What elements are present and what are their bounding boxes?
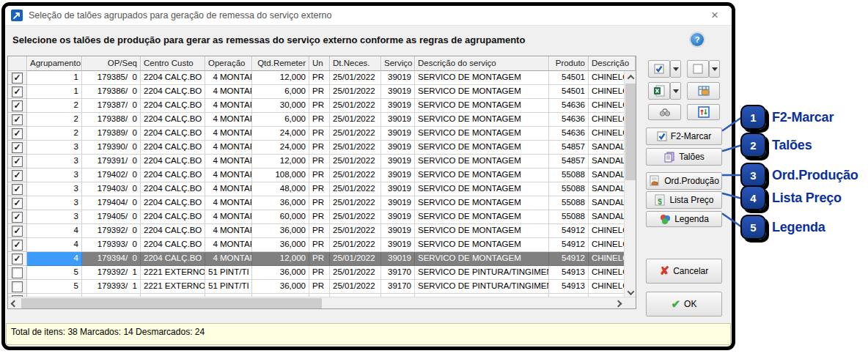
check-all-button[interactable] (648, 60, 670, 78)
column-header-centro_custo[interactable]: Centro Custo (141, 56, 205, 71)
column-header-servico[interactable]: Serviço (381, 56, 415, 71)
column-header-check[interactable] (8, 56, 27, 71)
lista-preco-button[interactable]: $ Lista Preço (646, 191, 722, 209)
row-checkbox-unchecked[interactable] (12, 267, 23, 278)
cell-qtd_remeter: 24,000 (252, 141, 309, 155)
scroll-left-icon[interactable] (8, 297, 20, 309)
cell-dt_neces: 25/01/2022 (330, 99, 381, 113)
cell-agrupamento: 5 (27, 266, 82, 280)
cell-produto: 54636 (549, 113, 589, 127)
export-excel-button[interactable] (648, 82, 670, 100)
cell-produto: 54912 (549, 224, 589, 238)
cell-operacao: 51 PINT/TI (205, 280, 252, 294)
column-header-descricao_produto[interactable]: Descrição (589, 56, 636, 71)
scroll-up-icon[interactable] (625, 71, 636, 83)
lista-preco-label: Lista Preço (669, 195, 713, 205)
row-checkbox-checked[interactable]: ✓ (12, 198, 23, 209)
cell-produto: 54501 (549, 71, 589, 85)
row-checkbox-cell: ✓ (8, 141, 27, 155)
cell-descricao_servico: SERVICO DE MONTAGEM (415, 141, 549, 155)
column-header-produto[interactable]: Produto (549, 56, 589, 71)
column-header-agrupamento[interactable]: Agrupamento (27, 56, 82, 71)
vertical-scrollbar[interactable] (624, 71, 636, 298)
table-row[interactable]: ✓2179389/ 02204 CALÇ.BO 4 MONTAR24,000PR… (8, 127, 636, 141)
cell-operacao: 4 MONTAR (205, 113, 252, 127)
help-icon[interactable]: ? (691, 33, 704, 46)
table-row[interactable]: ✓3179391/ 02204 CALÇ.BO 4 MONTAR12,000PR… (8, 155, 636, 169)
cancelar-button[interactable]: ✘ Cancelar (646, 259, 722, 284)
horizontal-scroll-thumb[interactable] (21, 298, 322, 308)
column-header-qtd_remeter[interactable]: Qtd.Remeter (252, 56, 309, 71)
cell-servico: 39019 (381, 238, 415, 252)
column-header-dt_neces[interactable]: Dt.Neces. (330, 56, 381, 71)
table-row[interactable]: ✓3179404/ 02204 CALÇ.BO 4 MONTAR36,000PR… (8, 196, 636, 210)
check-all-dropdown[interactable] (670, 60, 681, 78)
table-row[interactable]: ✓3179390/ 02204 CALÇ.BO 4 MONTAR24,000PR… (8, 141, 636, 155)
row-checkbox-cell: ✓ (8, 71, 27, 85)
cell-descricao_servico: SERVICO DE MONTAGEM (415, 169, 549, 182)
button-panel: F2-Marcar Talões Ord.Produção (641, 60, 728, 321)
column-header-operacao[interactable]: Operação (205, 56, 252, 71)
table-row[interactable]: ✓1179385/ 02204 CALÇ.BO 4 MONTAR12,000PR… (8, 71, 636, 85)
cell-dt_neces: 25/01/2022 (330, 113, 381, 127)
table-row[interactable]: 5179393/ 12221 EXTERNO51 PINT/TI36,000PR… (8, 280, 636, 294)
row-checkbox-checked[interactable]: ✓ (12, 114, 23, 125)
row-checkbox-cell (8, 266, 27, 280)
cell-operacao: 4 MONTAR (205, 196, 252, 210)
row-checkbox-checked[interactable]: ✓ (12, 184, 23, 195)
row-checkbox-unchecked[interactable] (12, 281, 23, 292)
legenda-button[interactable]: Legenda (646, 211, 722, 227)
close-icon[interactable]: × (704, 8, 726, 23)
horizontal-scrollbar[interactable] (8, 297, 636, 308)
table-row[interactable]: ✓3179403/ 02204 CALÇ.BO 4 MONTAR48,000PR… (8, 182, 636, 196)
price-list-icon: $ (654, 194, 666, 206)
table-row[interactable]: ✓3179405/ 02204 CALÇ.BO 4 MONTAR60,000PR… (8, 210, 636, 224)
table-row[interactable]: ✓2179388/ 02204 CALÇ.BO 4 MONTAR6,000PR2… (8, 113, 636, 127)
row-checkbox-checked[interactable]: ✓ (12, 156, 23, 167)
cell-dt_neces: 25/01/2022 (330, 155, 381, 169)
app-icon (11, 10, 23, 21)
row-checkbox-checked[interactable]: ✓ (12, 142, 23, 153)
cell-agrupamento: 1 (27, 71, 82, 85)
cell-un: PR (309, 182, 330, 196)
table-row[interactable]: ✓4179394/ 02204 CALÇ.BO 4 MONTAR12,000PR… (8, 252, 636, 266)
table-row[interactable]: ✓3179402/ 02204 CALÇ.BO 4 MONTAR108,000P… (8, 169, 636, 182)
taloes-button[interactable]: Talões (646, 148, 722, 166)
cell-descricao_servico: SERVICO DE MONTAGEM (415, 238, 549, 252)
table-row[interactable]: ✓1179386/ 02204 CALÇ.BO 4 MONTAR6,000PR2… (8, 85, 636, 99)
row-checkbox-checked[interactable]: ✓ (12, 170, 23, 181)
checked-checkbox-icon (654, 64, 664, 74)
callout-4: 4 Lista Preço (740, 185, 842, 210)
row-checkbox-checked[interactable]: ✓ (12, 212, 23, 223)
table-row[interactable]: ✓4179392/ 02204 CALÇ.BO 4 MONTAR36,000PR… (8, 224, 636, 238)
column-header-descricao_servico[interactable]: Descrição do serviço (415, 56, 549, 71)
export-excel-dropdown[interactable] (670, 82, 681, 100)
column-header-un[interactable]: Un (309, 56, 330, 71)
search-button[interactable] (648, 104, 681, 120)
row-checkbox-checked[interactable]: ✓ (12, 128, 23, 139)
table-row[interactable]: ✓4179393/ 02204 CALÇ.BO 4 MONTAR36,000PR… (8, 238, 636, 252)
column-header-op_seq[interactable]: OP/Seq (82, 56, 141, 71)
cell-descricao_servico: SERVICO DE MONTAGEM (415, 127, 549, 141)
row-checkbox-checked[interactable]: ✓ (12, 253, 23, 264)
vertical-scroll-thumb[interactable] (625, 84, 636, 180)
scroll-right-icon[interactable] (612, 297, 624, 309)
table-row[interactable]: 5179392/ 12221 EXTERNO51 PINT/TI36,000PR… (8, 266, 636, 280)
cell-operacao: 4 MONTAR (205, 182, 252, 196)
f2-marcar-button[interactable]: F2-Marcar (646, 127, 722, 145)
export-grid-button[interactable] (687, 82, 720, 100)
uncheck-all-dropdown[interactable] (709, 60, 720, 78)
sort-order-button[interactable] (687, 104, 720, 120)
row-checkbox-checked[interactable]: ✓ (12, 86, 23, 97)
uncheck-all-button[interactable] (687, 60, 709, 78)
row-checkbox-checked[interactable]: ✓ (12, 73, 23, 84)
ok-button[interactable]: ✔ OK (646, 292, 722, 317)
cell-descricao_servico: SERVICO DE MONTAGEM (415, 99, 549, 113)
table-row[interactable]: ✓2179387/ 02204 CALÇ.BO 4 MONTAR30,000PR… (8, 99, 636, 113)
ok-label: OK (684, 299, 696, 309)
row-checkbox-checked[interactable]: ✓ (12, 100, 23, 111)
cell-dt_neces: 25/01/2022 (330, 169, 381, 182)
ord-producao-button[interactable]: Ord.Produção (646, 172, 722, 190)
row-checkbox-checked[interactable]: ✓ (12, 240, 23, 251)
row-checkbox-checked[interactable]: ✓ (12, 226, 23, 237)
